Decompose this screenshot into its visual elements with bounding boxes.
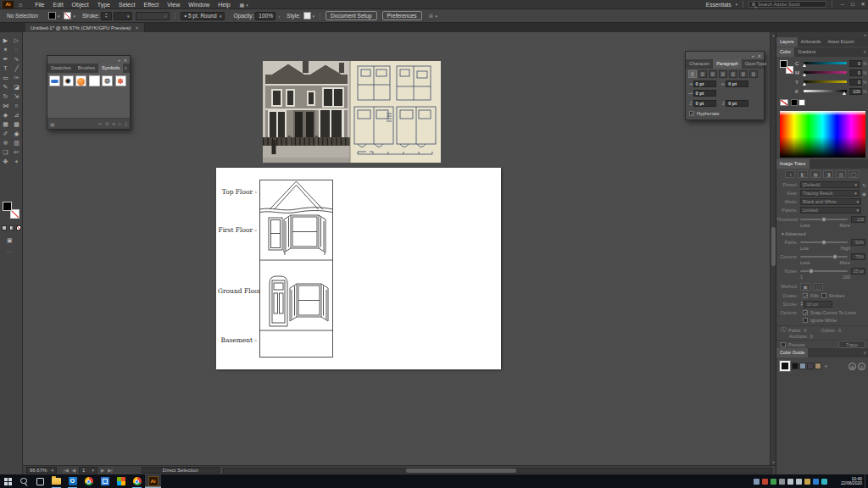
- corners-thumb[interactable]: [832, 254, 837, 259]
- preset-black-white-icon[interactable]: ▥: [836, 170, 846, 178]
- panel-menu-icon[interactable]: ≡: [864, 47, 868, 57]
- tab-layers[interactable]: Layers: [776, 37, 798, 47]
- slider-thumb[interactable]: [803, 73, 806, 76]
- symbol-options-icon[interactable]: ≡: [113, 121, 115, 126]
- channel-value[interactable]: 0: [849, 69, 862, 76]
- method-overlapping-button[interactable]: ▢: [813, 283, 823, 291]
- menu-item[interactable]: File: [31, 0, 48, 9]
- align-options-icon[interactable]: ≣: [429, 13, 434, 19]
- tray-volume-icon[interactable]: [796, 479, 802, 485]
- right-indent-field[interactable]: ⇤ 0 pt: [721, 80, 749, 87]
- channel-slider[interactable]: [804, 90, 847, 92]
- lasso-tool[interactable]: ◌: [11, 45, 22, 54]
- fill-proxy-swatch[interactable]: [3, 202, 12, 211]
- perspective-grid-tool[interactable]: ⊿: [11, 110, 22, 119]
- document-setup-button[interactable]: Document Setup: [326, 11, 376, 20]
- width-tool[interactable]: ⋈: [0, 101, 11, 110]
- chrome-icon[interactable]: [81, 474, 97, 488]
- first-line-indent-field[interactable]: ↦ 0 pt: [688, 90, 716, 97]
- eraser-tool[interactable]: ◪: [11, 82, 22, 92]
- strokes-checkbox[interactable]: [821, 293, 826, 298]
- symbols-panel-header[interactable]: « ✕: [47, 56, 130, 64]
- tab-asset-export[interactable]: Asset Export: [824, 37, 857, 47]
- tab-brushes[interactable]: Brushes: [75, 64, 98, 73]
- advanced-toggle[interactable]: ▾ Advanced: [782, 231, 805, 236]
- paintbrush-tool[interactable]: ✑: [11, 73, 22, 82]
- column-graph-tool[interactable]: ▥: [11, 138, 22, 147]
- width-profile-select[interactable]: ▾: [136, 12, 170, 20]
- channel-value[interactable]: 100: [849, 88, 862, 95]
- tab-character[interactable]: Character: [686, 59, 713, 69]
- preset-select[interactable]: [Default]▾: [800, 181, 860, 188]
- horizontal-scroll-thumb[interactable]: [406, 469, 516, 473]
- first-line-indent-value[interactable]: 0 pt: [693, 90, 716, 97]
- slice-tool[interactable]: ✄: [11, 147, 22, 157]
- menu-item[interactable]: Window: [184, 0, 214, 9]
- slider-thumb[interactable]: [803, 64, 806, 67]
- blend-tool[interactable]: ◉: [11, 129, 22, 138]
- app-colorful-icon[interactable]: [113, 474, 129, 488]
- prev-artboard-button[interactable]: ◀: [72, 468, 75, 473]
- symbol-ink-splatter[interactable]: ✺: [63, 75, 74, 86]
- edit-toolbar-button[interactable]: ···: [7, 249, 14, 254]
- close-panel-icon[interactable]: ✕: [758, 53, 761, 58]
- search-input[interactable]: Search Adobe Stock: [748, 1, 826, 8]
- hyphenate-checkbox[interactable]: [689, 111, 694, 116]
- preset-grayscale-icon[interactable]: ◨: [823, 170, 833, 178]
- color-spectrum[interactable]: [780, 111, 865, 158]
- limit-color-group-icon[interactable]: ◍: [849, 363, 856, 370]
- left-indent-field[interactable]: ⇥ 0 pt: [688, 80, 716, 87]
- align-left-button[interactable]: ☰: [688, 70, 697, 78]
- slider-thumb[interactable]: [803, 82, 806, 86]
- style-swatch[interactable]: [303, 12, 311, 19]
- justify-right-button[interactable]: ☰: [739, 70, 748, 78]
- tray-shield-icon[interactable]: [754, 479, 760, 485]
- app-blue-icon[interactable]: [97, 474, 113, 488]
- color-mode-button[interactable]: [2, 225, 7, 230]
- menu-item[interactable]: Select: [114, 0, 139, 9]
- black-swatch[interactable]: [791, 99, 798, 106]
- type-tool[interactable]: T: [0, 64, 11, 73]
- close-panel-icon[interactable]: ✕: [124, 58, 127, 63]
- color-guide-swatch-dark[interactable]: [807, 363, 814, 369]
- preferences-button[interactable]: Preferences: [382, 11, 422, 20]
- color-guide-swatch-black[interactable]: [792, 363, 798, 369]
- menu-item[interactable]: Type: [93, 0, 114, 9]
- first-artboard-button[interactable]: |◀: [64, 468, 69, 473]
- stroke-value-field[interactable]: 10 px: [804, 301, 832, 308]
- panel-menu-icon[interactable]: ≡: [864, 348, 868, 358]
- brush-definition-select[interactable]: •5 pt. Round▾: [181, 12, 225, 20]
- new-symbol-icon[interactable]: +: [119, 121, 121, 126]
- outlook-icon[interactable]: O: [64, 474, 81, 488]
- show-desktop-button[interactable]: [865, 474, 868, 488]
- noise-thumb[interactable]: [809, 269, 814, 274]
- artboard-tool[interactable]: ❏: [0, 147, 11, 157]
- task-view-button[interactable]: [32, 474, 48, 488]
- stroke-weight-stepper[interactable]: ▲▼: [101, 12, 112, 20]
- paths-slider[interactable]: [800, 241, 848, 243]
- place-symbol-icon[interactable]: ↪: [97, 121, 102, 126]
- stroke-stepper[interactable]: ▲▼: [800, 302, 803, 308]
- threshold-thumb[interactable]: [821, 217, 826, 222]
- space-before-field[interactable]: ↥ 0 pt: [688, 100, 716, 107]
- break-link-icon[interactable]: ⊘: [105, 121, 109, 126]
- tray-green-icon[interactable]: [771, 479, 776, 485]
- white-swatch[interactable]: [798, 99, 805, 106]
- tab-image-trace[interactable]: Image Trace: [776, 159, 810, 169]
- tray-gray-icon[interactable]: [779, 479, 785, 485]
- channel-slider[interactable]: [804, 80, 847, 83]
- align-center-button[interactable]: ☰: [698, 70, 707, 78]
- tab-symbols[interactable]: Symbols: [98, 64, 123, 73]
- color-guide-base-swatch[interactable]: [780, 361, 790, 371]
- scale-tool[interactable]: ⇲: [11, 92, 22, 101]
- rotate-tool[interactable]: ↻: [0, 92, 11, 101]
- symbol-sprayer-tool[interactable]: ❊: [0, 138, 11, 147]
- search-button[interactable]: [16, 474, 32, 488]
- preview-checkbox[interactable]: [781, 342, 786, 347]
- panel-menu-icon[interactable]: ≡: [125, 64, 130, 73]
- symbol-red-flower[interactable]: ✽: [115, 75, 126, 86]
- tab-artboards[interactable]: Artboards: [798, 37, 825, 47]
- harmony-rules-caret-icon[interactable]: ▾: [825, 363, 827, 369]
- space-after-field[interactable]: ↧ 0 pt: [721, 100, 749, 107]
- stroke-color-swatch[interactable]: [64, 12, 71, 19]
